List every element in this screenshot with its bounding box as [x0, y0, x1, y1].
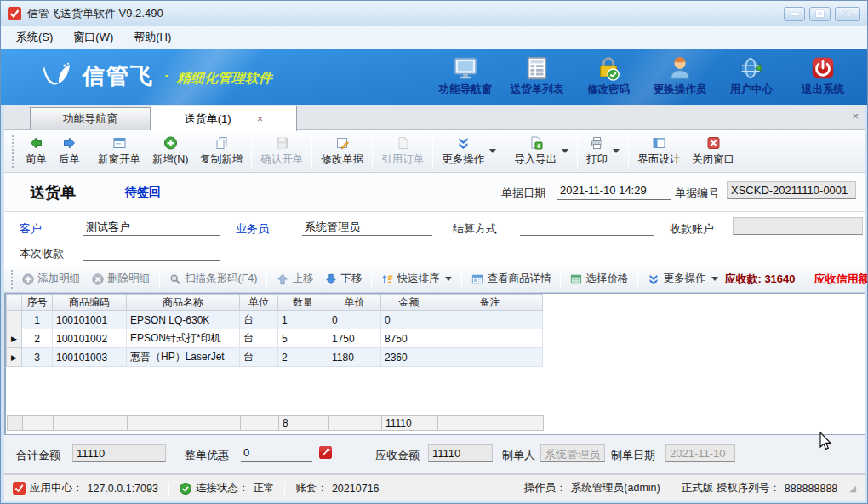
cell-unit[interactable]: 台 [240, 348, 278, 367]
strip-close-icon[interactable]: × [852, 110, 859, 123]
cell-code[interactable]: 100101001 [53, 311, 127, 329]
app-logo-icon [13, 482, 26, 495]
cell-note[interactable] [437, 311, 543, 329]
cell-code[interactable]: 100101002 [53, 329, 127, 348]
table-row[interactable]: 1 100101001 EPSON LQ-630K 台 1 0 0 [7, 311, 543, 329]
table-row[interactable]: ▶ 3 100101003 惠普（HP）LaserJet 台 2 1180 23… [7, 348, 543, 367]
layout-icon [652, 136, 666, 150]
scan-barcode-button: 扫描条形码(F4) [163, 272, 263, 286]
cell-name[interactable]: EPSON LQ-630K [127, 311, 240, 329]
cell-unit[interactable]: 台 [240, 329, 278, 348]
user-center-button[interactable]: 用户中心 [716, 52, 787, 97]
add-new-button[interactable]: 新增(N) [146, 134, 194, 169]
prev-doc-button[interactable]: 前单 [20, 134, 53, 169]
cell-price[interactable]: 1180 [328, 348, 381, 367]
cell-unit[interactable]: 台 [240, 311, 278, 329]
more-actions-button[interactable]: 更多操作 [436, 134, 502, 169]
header-seq[interactable]: 序号 [22, 295, 53, 311]
doc-no-field[interactable]: XSCKD-20211110-0001 [727, 181, 856, 199]
account-book-status: 账套： 20210716 [295, 481, 379, 495]
exit-system-button[interactable]: 退出系统 [787, 52, 859, 97]
cell-seq[interactable]: 3 [22, 348, 53, 367]
chevron-double-down-icon [648, 273, 660, 285]
close-window-button[interactable]: 关闭窗口 [686, 134, 740, 169]
change-password-button[interactable]: 修改密码 [573, 52, 644, 97]
tab-close-icon[interactable]: × [257, 112, 264, 125]
account-field[interactable] [733, 217, 863, 235]
cell-price[interactable]: 1750 [328, 329, 381, 348]
menu-system[interactable]: 系统(S) [6, 27, 63, 48]
header-unit[interactable]: 单位 [240, 295, 278, 311]
cell-name[interactable]: EPSON针式打*印机 [127, 329, 240, 348]
ui-design-button[interactable]: 界面设计 [631, 134, 686, 169]
resize-grip[interactable]: ◢ [849, 484, 857, 493]
detail-more-actions-button[interactable]: 更多操作 [642, 272, 724, 286]
tab-delivery-order[interactable]: 送货单(1) × [151, 106, 297, 131]
next-doc-button[interactable]: 后单 [53, 134, 86, 169]
grid-header-row: 序号 商品编码 商品名称 单位 数量 单价 金额 备注 [7, 295, 543, 311]
import-export-button[interactable]: 导入导出 [508, 134, 574, 169]
header-price[interactable]: 单价 [328, 295, 381, 311]
payment-field[interactable] [83, 243, 220, 261]
connection-status: 连接状态： 正常 [180, 481, 275, 495]
edit-doc-button[interactable]: 修改单据 [315, 134, 369, 169]
move-down-button[interactable]: 下移 [319, 272, 368, 286]
cell-amount[interactable]: 2360 [381, 348, 437, 367]
status-bar: 应用中心： 127.0.0.1:7093 连接状态： 正常 账套： 202107… [4, 474, 865, 501]
discount-icon[interactable] [319, 446, 332, 459]
switch-operator-button[interactable]: 更换操作员 [644, 52, 716, 97]
quick-sort-button[interactable]: 快速排序 [375, 272, 458, 286]
copy-new-button[interactable]: 复制新增 [194, 134, 248, 169]
doc-date-field[interactable]: 2021-11-10 14:29 [557, 182, 671, 200]
cell-qty[interactable]: 2 [278, 348, 328, 367]
table-row[interactable]: ▶ 2 100101002 EPSON针式打*印机 台 5 1750 8750 [7, 329, 543, 348]
new-window-doc-button[interactable]: 新窗开单 [92, 134, 146, 169]
cell-price[interactable]: 0 [328, 311, 381, 329]
settlement-field[interactable] [520, 218, 654, 236]
banner-actions: 功能导航窗 送货单列表 修改密码 更换操作员 用户中心 退出系统 [430, 52, 859, 97]
separator [89, 135, 89, 169]
salesman-label: 业务员 [236, 221, 269, 237]
customer-field[interactable]: 测试客户 [83, 218, 220, 236]
separator [159, 271, 160, 288]
header-name[interactable]: 商品名称 [127, 295, 240, 311]
view-product-detail-button[interactable]: 查看商品详情 [465, 272, 557, 286]
cell-code[interactable]: 100101003 [53, 348, 127, 367]
reference-order-button: 引用订单 [375, 134, 430, 169]
cell-qty[interactable]: 5 [278, 329, 328, 348]
brand: 信管飞 · 精细化管理软件 [40, 61, 272, 91]
cell-note[interactable] [437, 348, 543, 367]
tab-nav-window[interactable]: 功能导航窗 [30, 107, 151, 130]
delivery-list-button[interactable]: 送货单列表 [501, 52, 573, 97]
minimize-button[interactable] [784, 7, 805, 21]
cell-amount[interactable]: 0 [381, 311, 437, 329]
header-form: 客户 测试客户 业务员 系统管理员 结算方式 收款账户 本次收款 [4, 212, 865, 266]
row-selector[interactable] [7, 311, 22, 329]
cell-name[interactable]: 惠普（HP）LaserJet [127, 348, 240, 367]
menu-help[interactable]: 帮助(H) [123, 27, 181, 48]
cell-seq[interactable]: 1 [22, 311, 53, 329]
nav-window-button[interactable]: 功能导航窗 [430, 52, 501, 97]
select-price-button[interactable]: 选择价格 [564, 272, 634, 286]
toolbar-grip [12, 135, 15, 168]
header-note[interactable]: 备注 [437, 295, 543, 311]
cell-amount[interactable]: 8750 [381, 329, 437, 348]
discount-field[interactable]: 0 [241, 444, 312, 462]
salesman-field[interactable]: 系统管理员 [302, 218, 432, 236]
receivable-label: 应收金额 [375, 448, 420, 463]
close-button[interactable]: ✕ [835, 7, 860, 21]
header-code[interactable]: 商品编码 [53, 295, 127, 311]
header-qty[interactable]: 数量 [278, 295, 328, 311]
print-button[interactable]: 打印 [580, 134, 625, 169]
edit-icon [335, 136, 350, 150]
cell-seq[interactable]: 2 [22, 329, 53, 348]
cell-qty[interactable]: 1 [278, 311, 328, 329]
summary-amount: 11110 [382, 416, 438, 431]
monitor-icon [453, 55, 478, 81]
header-amount[interactable]: 金额 [381, 295, 437, 311]
maximize-button[interactable] [809, 7, 831, 21]
row-selector[interactable]: ▶ [7, 348, 22, 367]
menu-window[interactable]: 窗口(W) [63, 27, 123, 48]
row-selector[interactable]: ▶ [7, 329, 22, 348]
cell-note[interactable] [437, 329, 543, 348]
